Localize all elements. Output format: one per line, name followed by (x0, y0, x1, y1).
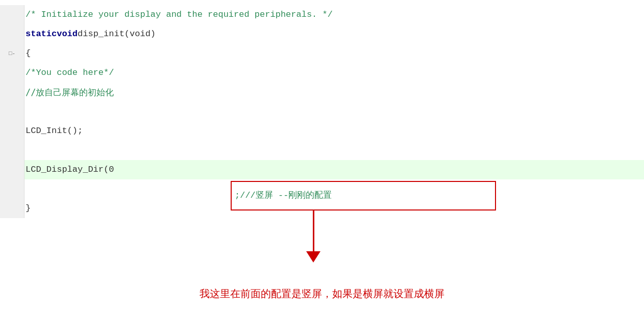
gutter-5 (0, 83, 24, 102)
gutter-1 (0, 5, 24, 24)
gutter-4 (0, 63, 24, 83)
annotation-code-text: ;///竖屏 --刚刚的配置 (235, 191, 332, 200)
bottom-label: 我这里在前面的配置是竖屏，如果是横屏就设置成横屏 (200, 288, 444, 299)
code-comment-1: /* Initialize your display and the requi… (26, 5, 333, 24)
gutter-2 (0, 24, 24, 44)
gutter-10 (0, 179, 24, 199)
collapse-icon: □- (9, 44, 15, 63)
code-keyword-static: static (26, 24, 57, 44)
code-line-8 (0, 141, 644, 160)
code-comment-2: /*You code here*/ (26, 63, 114, 83)
annotation-arrow (306, 210, 320, 262)
annotation-inline-text: ;///竖屏 --刚刚的配置 (235, 181, 332, 210)
code-line-1: /* Initialize your display and the requi… (0, 5, 644, 24)
code-line-5: //放自己屏幕的初始化 (0, 83, 644, 102)
code-brace-open: { (26, 44, 31, 63)
code-brace-close: } (26, 199, 31, 218)
gutter-7 (0, 121, 24, 141)
arrow-line (313, 210, 314, 251)
code-line-9: LCD_Display_Dir(0 (0, 160, 644, 179)
code-lcd-display-dir: LCD_Display_Dir(0 (26, 160, 114, 179)
code-line-3: □- { (0, 44, 644, 63)
code-keyword-void: void (57, 24, 78, 44)
arrow-head (306, 251, 320, 262)
code-funcname: disp_init(void) (78, 24, 156, 44)
code-line-2: static void disp_init(void) (0, 24, 644, 44)
code-line-6 (0, 102, 644, 121)
gutter-8 (0, 141, 24, 160)
gutter-9 (0, 160, 24, 179)
bottom-annotation-text: 我这里在前面的配置是竖屏，如果是横屏就设置成横屏 (0, 287, 644, 301)
gutter-11 (0, 199, 24, 218)
gutter-3: □- (0, 44, 24, 63)
code-lcd-init: LCD_Init(); (26, 121, 83, 141)
code-line-4: /*You code here*/ (0, 63, 644, 83)
gutter-6 (0, 102, 24, 121)
code-comment-3: //放自己屏幕的初始化 (26, 83, 114, 102)
code-line-7: LCD_Init(); (0, 121, 644, 141)
